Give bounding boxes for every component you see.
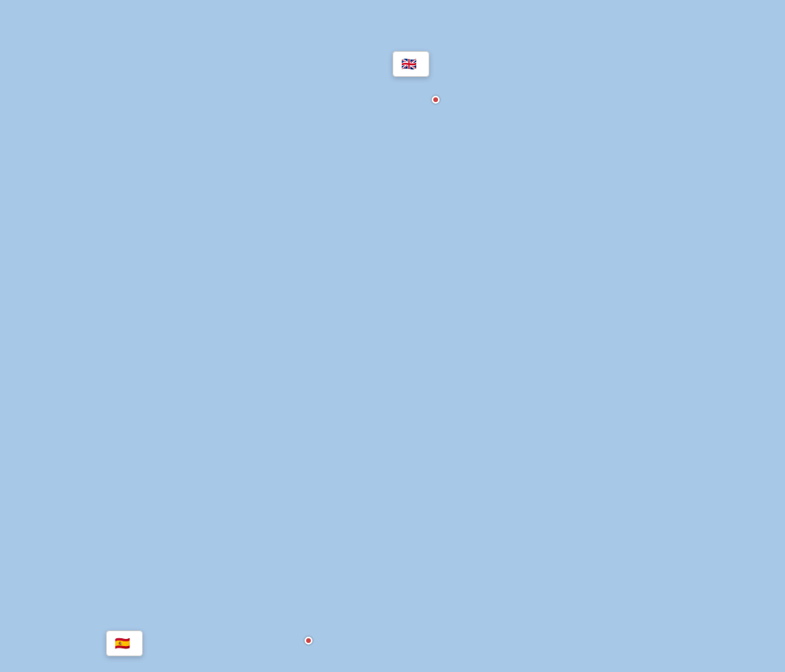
map-container: 🇬🇧 🇪🇸 <box>0 0 785 672</box>
madrid-dot <box>305 637 312 645</box>
madrid-airport-label[interactable]: 🇪🇸 <box>106 630 143 656</box>
spain-flag-icon: 🇪🇸 <box>115 636 130 651</box>
map-canvas <box>0 0 785 672</box>
uk-flag-icon: 🇬🇧 <box>401 57 417 71</box>
london-airport-label[interactable]: 🇬🇧 <box>392 51 429 77</box>
london-dot <box>432 96 440 104</box>
